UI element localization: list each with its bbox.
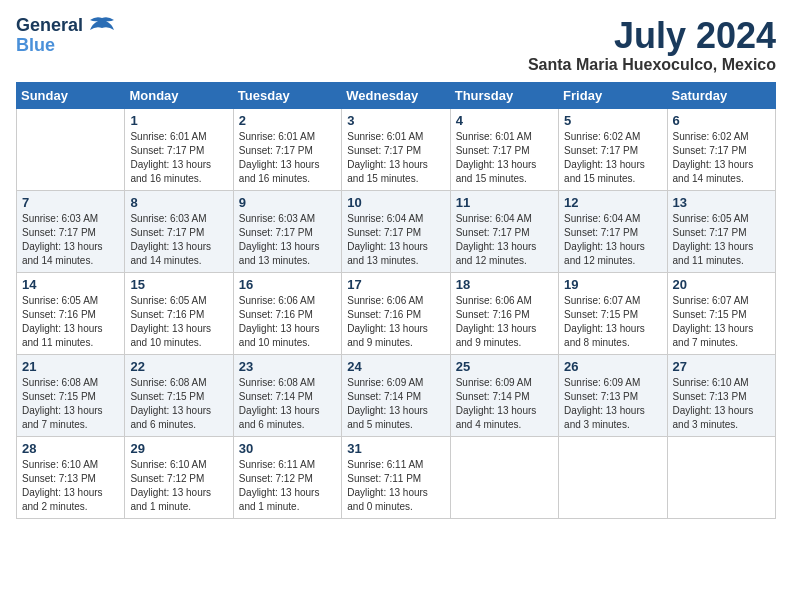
day-info: Sunrise: 6:03 AM Sunset: 7:17 PM Dayligh… bbox=[22, 212, 119, 268]
day-info: Sunrise: 6:10 AM Sunset: 7:12 PM Dayligh… bbox=[130, 458, 227, 514]
calendar-cell: 3Sunrise: 6:01 AM Sunset: 7:17 PM Daylig… bbox=[342, 108, 450, 190]
calendar-cell: 16Sunrise: 6:06 AM Sunset: 7:16 PM Dayli… bbox=[233, 272, 341, 354]
day-info: Sunrise: 6:10 AM Sunset: 7:13 PM Dayligh… bbox=[22, 458, 119, 514]
calendar-cell: 23Sunrise: 6:08 AM Sunset: 7:14 PM Dayli… bbox=[233, 354, 341, 436]
calendar-week-row: 7Sunrise: 6:03 AM Sunset: 7:17 PM Daylig… bbox=[17, 190, 776, 272]
day-info: Sunrise: 6:06 AM Sunset: 7:16 PM Dayligh… bbox=[347, 294, 444, 350]
day-info: Sunrise: 6:05 AM Sunset: 7:16 PM Dayligh… bbox=[130, 294, 227, 350]
day-info: Sunrise: 6:10 AM Sunset: 7:13 PM Dayligh… bbox=[673, 376, 770, 432]
day-number: 18 bbox=[456, 277, 553, 292]
calendar-cell: 4Sunrise: 6:01 AM Sunset: 7:17 PM Daylig… bbox=[450, 108, 558, 190]
day-number: 29 bbox=[130, 441, 227, 456]
calendar-header-row: SundayMondayTuesdayWednesdayThursdayFrid… bbox=[17, 82, 776, 108]
calendar-cell: 19Sunrise: 6:07 AM Sunset: 7:15 PM Dayli… bbox=[559, 272, 667, 354]
calendar-cell: 15Sunrise: 6:05 AM Sunset: 7:16 PM Dayli… bbox=[125, 272, 233, 354]
day-header-sunday: Sunday bbox=[17, 82, 125, 108]
day-number: 26 bbox=[564, 359, 661, 374]
page-header: General Blue July 2024 Santa Maria Huexo… bbox=[16, 16, 776, 74]
calendar-cell: 9Sunrise: 6:03 AM Sunset: 7:17 PM Daylig… bbox=[233, 190, 341, 272]
calendar-cell: 17Sunrise: 6:06 AM Sunset: 7:16 PM Dayli… bbox=[342, 272, 450, 354]
day-number: 8 bbox=[130, 195, 227, 210]
day-number: 25 bbox=[456, 359, 553, 374]
day-info: Sunrise: 6:03 AM Sunset: 7:17 PM Dayligh… bbox=[239, 212, 336, 268]
day-number: 16 bbox=[239, 277, 336, 292]
day-info: Sunrise: 6:08 AM Sunset: 7:15 PM Dayligh… bbox=[130, 376, 227, 432]
calendar-week-row: 28Sunrise: 6:10 AM Sunset: 7:13 PM Dayli… bbox=[17, 436, 776, 518]
day-info: Sunrise: 6:08 AM Sunset: 7:14 PM Dayligh… bbox=[239, 376, 336, 432]
calendar-cell: 2Sunrise: 6:01 AM Sunset: 7:17 PM Daylig… bbox=[233, 108, 341, 190]
calendar-week-row: 1Sunrise: 6:01 AM Sunset: 7:17 PM Daylig… bbox=[17, 108, 776, 190]
day-number: 6 bbox=[673, 113, 770, 128]
calendar-cell: 13Sunrise: 6:05 AM Sunset: 7:17 PM Dayli… bbox=[667, 190, 775, 272]
location-title: Santa Maria Huexoculco, Mexico bbox=[528, 56, 776, 74]
calendar-cell: 18Sunrise: 6:06 AM Sunset: 7:16 PM Dayli… bbox=[450, 272, 558, 354]
day-number: 12 bbox=[564, 195, 661, 210]
day-number: 22 bbox=[130, 359, 227, 374]
day-number: 5 bbox=[564, 113, 661, 128]
day-info: Sunrise: 6:02 AM Sunset: 7:17 PM Dayligh… bbox=[673, 130, 770, 186]
day-info: Sunrise: 6:06 AM Sunset: 7:16 PM Dayligh… bbox=[456, 294, 553, 350]
calendar-cell: 7Sunrise: 6:03 AM Sunset: 7:17 PM Daylig… bbox=[17, 190, 125, 272]
day-info: Sunrise: 6:09 AM Sunset: 7:14 PM Dayligh… bbox=[456, 376, 553, 432]
calendar-cell: 24Sunrise: 6:09 AM Sunset: 7:14 PM Dayli… bbox=[342, 354, 450, 436]
calendar-cell bbox=[667, 436, 775, 518]
calendar-cell: 8Sunrise: 6:03 AM Sunset: 7:17 PM Daylig… bbox=[125, 190, 233, 272]
day-header-saturday: Saturday bbox=[667, 82, 775, 108]
logo-line1: General bbox=[16, 16, 116, 36]
day-info: Sunrise: 6:04 AM Sunset: 7:17 PM Dayligh… bbox=[564, 212, 661, 268]
day-number: 31 bbox=[347, 441, 444, 456]
day-info: Sunrise: 6:04 AM Sunset: 7:17 PM Dayligh… bbox=[347, 212, 444, 268]
calendar-week-row: 21Sunrise: 6:08 AM Sunset: 7:15 PM Dayli… bbox=[17, 354, 776, 436]
calendar-cell: 26Sunrise: 6:09 AM Sunset: 7:13 PM Dayli… bbox=[559, 354, 667, 436]
logo-line2: Blue bbox=[16, 36, 116, 56]
day-number: 10 bbox=[347, 195, 444, 210]
day-info: Sunrise: 6:01 AM Sunset: 7:17 PM Dayligh… bbox=[130, 130, 227, 186]
calendar-cell: 21Sunrise: 6:08 AM Sunset: 7:15 PM Dayli… bbox=[17, 354, 125, 436]
calendar-cell: 6Sunrise: 6:02 AM Sunset: 7:17 PM Daylig… bbox=[667, 108, 775, 190]
day-info: Sunrise: 6:01 AM Sunset: 7:17 PM Dayligh… bbox=[456, 130, 553, 186]
day-number: 9 bbox=[239, 195, 336, 210]
calendar-cell: 29Sunrise: 6:10 AM Sunset: 7:12 PM Dayli… bbox=[125, 436, 233, 518]
day-number: 2 bbox=[239, 113, 336, 128]
day-number: 30 bbox=[239, 441, 336, 456]
calendar-cell: 25Sunrise: 6:09 AM Sunset: 7:14 PM Dayli… bbox=[450, 354, 558, 436]
day-number: 28 bbox=[22, 441, 119, 456]
calendar-cell bbox=[17, 108, 125, 190]
calendar-cell: 14Sunrise: 6:05 AM Sunset: 7:16 PM Dayli… bbox=[17, 272, 125, 354]
day-info: Sunrise: 6:11 AM Sunset: 7:11 PM Dayligh… bbox=[347, 458, 444, 514]
month-title: July 2024 bbox=[528, 16, 776, 56]
day-number: 20 bbox=[673, 277, 770, 292]
day-info: Sunrise: 6:08 AM Sunset: 7:15 PM Dayligh… bbox=[22, 376, 119, 432]
day-info: Sunrise: 6:04 AM Sunset: 7:17 PM Dayligh… bbox=[456, 212, 553, 268]
day-info: Sunrise: 6:05 AM Sunset: 7:16 PM Dayligh… bbox=[22, 294, 119, 350]
calendar-week-row: 14Sunrise: 6:05 AM Sunset: 7:16 PM Dayli… bbox=[17, 272, 776, 354]
calendar-cell bbox=[559, 436, 667, 518]
calendar-cell: 11Sunrise: 6:04 AM Sunset: 7:17 PM Dayli… bbox=[450, 190, 558, 272]
day-header-wednesday: Wednesday bbox=[342, 82, 450, 108]
day-info: Sunrise: 6:07 AM Sunset: 7:15 PM Dayligh… bbox=[673, 294, 770, 350]
day-info: Sunrise: 6:09 AM Sunset: 7:14 PM Dayligh… bbox=[347, 376, 444, 432]
day-info: Sunrise: 6:03 AM Sunset: 7:17 PM Dayligh… bbox=[130, 212, 227, 268]
day-number: 24 bbox=[347, 359, 444, 374]
day-info: Sunrise: 6:02 AM Sunset: 7:17 PM Dayligh… bbox=[564, 130, 661, 186]
day-info: Sunrise: 6:06 AM Sunset: 7:16 PM Dayligh… bbox=[239, 294, 336, 350]
calendar-cell: 5Sunrise: 6:02 AM Sunset: 7:17 PM Daylig… bbox=[559, 108, 667, 190]
calendar-cell: 28Sunrise: 6:10 AM Sunset: 7:13 PM Dayli… bbox=[17, 436, 125, 518]
calendar-cell: 1Sunrise: 6:01 AM Sunset: 7:17 PM Daylig… bbox=[125, 108, 233, 190]
day-info: Sunrise: 6:09 AM Sunset: 7:13 PM Dayligh… bbox=[564, 376, 661, 432]
day-number: 3 bbox=[347, 113, 444, 128]
day-number: 21 bbox=[22, 359, 119, 374]
calendar-cell: 10Sunrise: 6:04 AM Sunset: 7:17 PM Dayli… bbox=[342, 190, 450, 272]
logo-bird-icon bbox=[88, 16, 116, 36]
title-area: July 2024 Santa Maria Huexoculco, Mexico bbox=[528, 16, 776, 74]
day-header-friday: Friday bbox=[559, 82, 667, 108]
day-info: Sunrise: 6:01 AM Sunset: 7:17 PM Dayligh… bbox=[347, 130, 444, 186]
calendar-cell: 30Sunrise: 6:11 AM Sunset: 7:12 PM Dayli… bbox=[233, 436, 341, 518]
day-number: 17 bbox=[347, 277, 444, 292]
calendar-cell bbox=[450, 436, 558, 518]
day-info: Sunrise: 6:05 AM Sunset: 7:17 PM Dayligh… bbox=[673, 212, 770, 268]
calendar-table: SundayMondayTuesdayWednesdayThursdayFrid… bbox=[16, 82, 776, 519]
day-number: 1 bbox=[130, 113, 227, 128]
day-number: 7 bbox=[22, 195, 119, 210]
day-header-tuesday: Tuesday bbox=[233, 82, 341, 108]
